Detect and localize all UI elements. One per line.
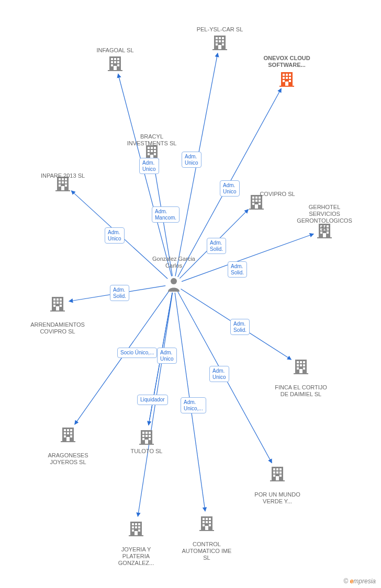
svg-rect-134 xyxy=(132,523,134,525)
edge-label: Adm.Solid. xyxy=(230,319,250,335)
svg-rect-92 xyxy=(303,361,305,363)
svg-rect-11 xyxy=(108,70,122,71)
company-label: FINCA EL CORTIJO DE DAIMIEL SL xyxy=(272,384,330,398)
svg-rect-64 xyxy=(259,203,261,205)
svg-rect-74 xyxy=(320,232,322,234)
svg-rect-8 xyxy=(111,64,113,66)
svg-rect-138 xyxy=(135,526,137,528)
svg-rect-150 xyxy=(209,521,211,523)
svg-rect-7 xyxy=(117,61,119,63)
company-label: ARRENDAMIENTOS COVIPRO SL xyxy=(29,321,86,335)
svg-rect-85 xyxy=(53,305,55,307)
svg-rect-66 xyxy=(249,209,264,210)
edge-label: Adm.Unico xyxy=(139,158,159,174)
svg-rect-60 xyxy=(252,200,254,202)
svg-rect-105 xyxy=(67,432,69,434)
svg-rect-101 xyxy=(64,429,66,431)
svg-rect-52 xyxy=(59,185,61,187)
svg-rect-18 xyxy=(222,40,224,42)
svg-rect-143 xyxy=(129,535,143,536)
edge-label: Adm.Unico,... xyxy=(181,397,206,413)
building-icon xyxy=(139,428,154,446)
company-label: ARAGONESES JOYEROS SL xyxy=(39,452,97,466)
svg-rect-83 xyxy=(57,302,59,304)
svg-rect-2 xyxy=(111,58,113,60)
svg-rect-93 xyxy=(297,364,299,366)
svg-rect-26 xyxy=(289,74,291,76)
building-icon xyxy=(270,465,285,483)
svg-rect-30 xyxy=(283,80,285,82)
svg-rect-126 xyxy=(273,471,275,474)
copyright-symbol: © xyxy=(343,578,348,585)
svg-rect-17 xyxy=(219,40,221,42)
svg-rect-65 xyxy=(255,204,258,209)
company-label: ONEVOX CLOUD SOFTWARE... xyxy=(258,55,316,68)
building-icon xyxy=(108,54,122,73)
svg-rect-121 xyxy=(139,444,154,445)
building-icon xyxy=(50,295,65,313)
svg-rect-128 xyxy=(279,471,282,474)
svg-rect-146 xyxy=(206,518,208,520)
svg-rect-21 xyxy=(218,45,221,49)
company-label: CONTROL AUTOMATICO IME SL xyxy=(178,541,236,562)
svg-rect-15 xyxy=(222,37,224,39)
svg-rect-120 xyxy=(145,440,148,444)
svg-rect-39 xyxy=(151,150,153,152)
svg-rect-3 xyxy=(114,58,116,60)
svg-rect-84 xyxy=(60,302,62,304)
building-icon xyxy=(129,520,143,538)
company-label: BRACYL INVESTMENTS SL xyxy=(123,133,181,147)
svg-rect-31 xyxy=(289,80,291,82)
svg-rect-131 xyxy=(276,476,279,480)
svg-rect-40 xyxy=(154,150,156,152)
svg-rect-145 xyxy=(203,518,205,520)
edge-label: Liquidador xyxy=(137,395,168,405)
svg-rect-114 xyxy=(149,432,151,434)
svg-rect-77 xyxy=(317,237,332,238)
svg-rect-109 xyxy=(66,437,70,441)
svg-rect-91 xyxy=(300,361,302,363)
svg-rect-142 xyxy=(135,531,138,535)
svg-rect-112 xyxy=(142,432,144,434)
svg-rect-42 xyxy=(154,153,156,155)
svg-rect-5 xyxy=(111,61,113,63)
svg-rect-149 xyxy=(206,521,208,523)
svg-rect-27 xyxy=(283,77,285,79)
svg-rect-115 xyxy=(142,435,144,437)
svg-rect-129 xyxy=(273,475,275,477)
svg-rect-136 xyxy=(138,523,140,525)
svg-rect-81 xyxy=(60,298,62,301)
svg-rect-95 xyxy=(303,364,305,366)
svg-rect-110 xyxy=(61,441,75,442)
svg-rect-154 xyxy=(199,530,214,531)
edge-label: Adm.Unico xyxy=(157,348,177,364)
svg-rect-132 xyxy=(270,480,285,481)
svg-rect-119 xyxy=(149,438,151,440)
company-label: COVIPRO SL xyxy=(249,191,306,198)
graph-edge xyxy=(118,74,172,276)
svg-rect-104 xyxy=(64,432,66,434)
svg-rect-6 xyxy=(114,61,116,63)
edge-label: Adm.Solid. xyxy=(207,238,226,254)
svg-rect-33 xyxy=(279,86,294,87)
svg-rect-107 xyxy=(64,435,66,437)
svg-rect-80 xyxy=(57,298,59,301)
svg-rect-32 xyxy=(285,82,288,86)
svg-rect-90 xyxy=(297,361,299,363)
svg-rect-147 xyxy=(209,518,211,520)
svg-rect-124 xyxy=(276,468,278,470)
svg-rect-41 xyxy=(148,153,150,155)
svg-rect-14 xyxy=(219,37,221,39)
company-label: JOYERIA Y PLATERIA GONZALEZ... xyxy=(107,546,165,567)
building-icon xyxy=(212,33,227,52)
svg-rect-36 xyxy=(151,147,153,149)
company-label: GERHOTEL SERVICIOS GERONTOLOGICOS SL xyxy=(296,204,353,232)
svg-rect-87 xyxy=(56,306,59,310)
svg-rect-98 xyxy=(299,369,302,373)
svg-rect-25 xyxy=(286,74,288,76)
edge-label: Adm.Unico xyxy=(209,366,229,382)
svg-rect-96 xyxy=(297,367,299,370)
edge-label: Adm.Unico xyxy=(182,152,201,168)
svg-rect-127 xyxy=(276,471,278,474)
svg-rect-37 xyxy=(154,147,156,149)
